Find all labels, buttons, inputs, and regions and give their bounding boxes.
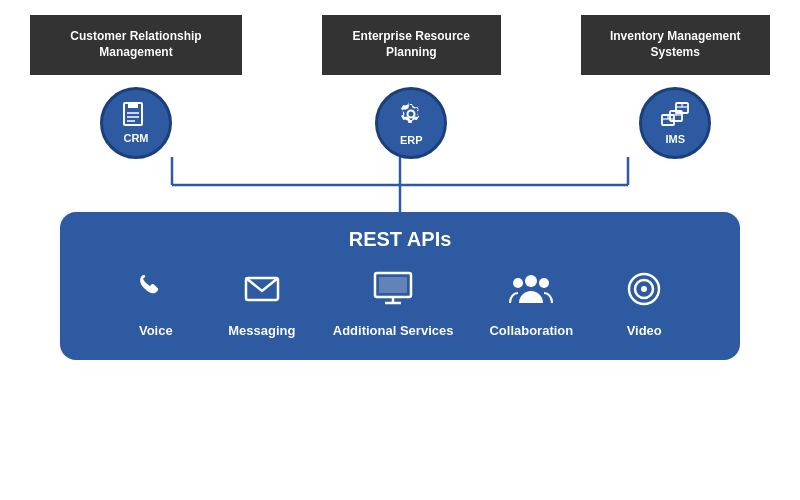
additional-icon [371, 269, 415, 315]
diagram-wrapper: Customer Relationship Management CRM [30, 15, 770, 360]
voice-service: Voice [121, 269, 191, 340]
erp-system-item: Enterprise Resource Planning ERP [322, 15, 501, 159]
collaboration-label: Collaboration [489, 323, 573, 340]
voice-icon [136, 269, 176, 315]
svg-rect-1 [128, 103, 138, 108]
erp-circle-label: ERP [400, 134, 423, 146]
connector-svg [60, 157, 740, 212]
additional-service: Additional Services [333, 269, 454, 340]
additional-label: Additional Services [333, 323, 454, 340]
ims-circle-label: IMS [665, 133, 685, 145]
ims-label: Inventory Management Systems [581, 15, 771, 75]
crm-circle: CRM [100, 87, 172, 159]
video-icon [624, 269, 664, 315]
messaging-label: Messaging [228, 323, 295, 340]
collaboration-service: Collaboration [489, 269, 573, 340]
crm-circle-label: CRM [123, 132, 148, 144]
erp-icon [397, 100, 425, 132]
diagram-container: Customer Relationship Management CRM [30, 15, 770, 485]
erp-circle: ERP [375, 87, 447, 159]
rest-api-title: REST APIs [349, 228, 452, 251]
ims-circle: IMS [639, 87, 711, 159]
video-label: Video [627, 323, 662, 340]
svg-point-25 [513, 278, 523, 288]
crm-system-item: Customer Relationship Management CRM [30, 15, 242, 159]
top-systems-section: Customer Relationship Management CRM [30, 15, 770, 159]
ims-system-item: Inventory Management Systems [581, 15, 771, 159]
messaging-icon [242, 269, 282, 315]
video-service: Video [609, 269, 679, 340]
svg-point-24 [525, 275, 537, 287]
messaging-service: Messaging [227, 269, 297, 340]
collaboration-icon [509, 269, 553, 315]
voice-label: Voice [139, 323, 173, 340]
svg-point-29 [641, 286, 647, 292]
rest-api-box: REST APIs Voice [60, 212, 740, 360]
erp-label: Enterprise Resource Planning [322, 15, 501, 75]
services-row: Voice Messaging [84, 269, 716, 340]
svg-rect-21 [379, 277, 407, 293]
svg-point-26 [539, 278, 549, 288]
ims-icon [660, 101, 690, 131]
crm-label: Customer Relationship Management [30, 15, 242, 75]
crm-icon [122, 102, 150, 130]
